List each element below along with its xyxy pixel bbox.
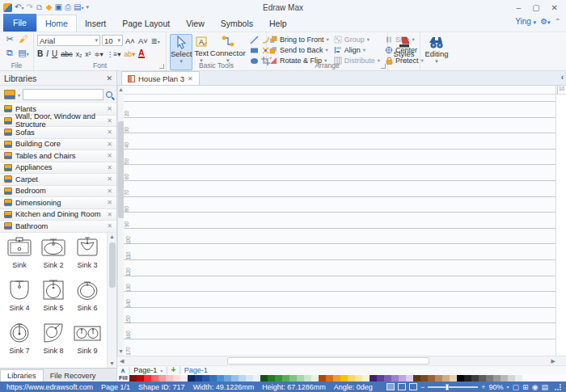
maximize-button[interactable]: ▢ — [532, 3, 539, 12]
symbol-sink-4[interactable]: Sink 4 — [2, 279, 36, 320]
palette-swatch[interactable] — [501, 375, 508, 381]
panel-tab-file-recovery[interactable]: File Recovery — [44, 370, 103, 381]
grid-view-icon[interactable]: ▤ — [541, 383, 548, 391]
palette-swatch[interactable] — [202, 375, 209, 381]
palette-swatch[interactable] — [340, 375, 348, 381]
paste-icon[interactable]: ▤▾ — [17, 48, 30, 61]
scroll-up-icon[interactable]: ▲ — [118, 86, 124, 94]
palette-swatch[interactable] — [486, 375, 493, 381]
align-button[interactable]: Align▾ — [334, 45, 380, 54]
library-item[interactable]: Wall, Door, Window and Structure ✕ — [0, 116, 116, 128]
palette-swatch[interactable] — [180, 375, 188, 381]
palette-swatch[interactable] — [435, 375, 442, 381]
tab-symbols[interactable]: Symbols — [213, 15, 261, 32]
group-button[interactable]: Group▾ — [334, 35, 380, 44]
palette-swatch[interactable] — [144, 375, 151, 381]
bullets-icon[interactable]: ⋮≡▾ — [107, 50, 121, 58]
palette-swatch[interactable] — [326, 375, 333, 381]
palette-swatch[interactable] — [319, 375, 326, 381]
library-search-input[interactable] — [23, 89, 103, 100]
settings-gear-icon[interactable]: ⚙▾ — [540, 17, 550, 26]
library-item-close-icon[interactable]: ✕ — [107, 129, 112, 136]
library-item[interactable]: Sofas ✕ — [0, 127, 116, 139]
font-color-button[interactable]: A — [138, 49, 144, 58]
palette-swatch[interactable] — [406, 375, 413, 381]
palette-swatch[interactable] — [370, 375, 377, 381]
palette-swatch[interactable] — [471, 375, 479, 381]
highlight-color-icon[interactable]: ab▾ — [125, 50, 136, 58]
hscrollbar-thumb[interactable] — [227, 357, 429, 365]
drawing-canvas[interactable] — [556, 95, 566, 356]
palette-swatch[interactable] — [399, 375, 406, 381]
palette-swatch[interactable] — [297, 375, 304, 381]
palette-swatch[interactable] — [362, 375, 370, 381]
library-item-close-icon[interactable]: ✕ — [107, 117, 112, 124]
zoom-level[interactable]: 90% — [489, 383, 504, 391]
subscript-button[interactable]: x₂ — [76, 50, 82, 58]
status-url[interactable]: https://www.edrawsoft.com — [6, 383, 93, 391]
palette-swatch[interactable] — [479, 375, 486, 381]
bold-button[interactable]: B — [37, 49, 43, 58]
symbol-partial[interactable] — [70, 365, 104, 369]
palette-swatch[interactable] — [253, 375, 260, 381]
palette-swatch[interactable] — [450, 375, 457, 381]
libraries-close-icon[interactable]: ✕ — [106, 74, 112, 82]
library-item[interactable]: Tables and Chairs ✕ — [0, 150, 116, 162]
view-page-icon[interactable] — [398, 383, 406, 390]
library-item-close-icon[interactable]: ✕ — [107, 222, 112, 230]
palette-swatch[interactable] — [195, 375, 202, 381]
font-size-combobox[interactable]: 10▾ — [102, 35, 123, 46]
tab-insert[interactable]: Insert — [77, 15, 114, 32]
library-item-close-icon[interactable]: ✕ — [107, 105, 112, 112]
palette-swatch[interactable] — [428, 375, 435, 381]
page-list-chevron-icon[interactable]: ∧ — [120, 367, 125, 374]
library-item-close-icon[interactable]: ✕ — [107, 164, 112, 171]
symbol-partial[interactable] — [2, 365, 36, 369]
palette-swatch[interactable] — [333, 375, 340, 381]
zoom-in-icon[interactable]: + — [481, 383, 485, 391]
user-menu[interactable]: Ying ▾ — [515, 17, 536, 26]
symbol-sink-1[interactable]: Sink — [2, 236, 36, 277]
palette-swatch[interactable] — [137, 375, 144, 381]
palette-swatch[interactable] — [304, 375, 311, 381]
view-presentation-icon[interactable] — [409, 383, 417, 390]
font-name-combobox[interactable]: Arial▾ — [37, 35, 100, 46]
magnifier-icon[interactable]: ◉ — [532, 383, 539, 391]
library-item[interactable]: Bedroom ✕ — [0, 186, 116, 198]
view-normal-icon[interactable] — [386, 383, 395, 390]
library-item-close-icon[interactable]: ✕ — [107, 211, 112, 218]
add-page-button[interactable]: + — [171, 367, 176, 373]
library-item[interactable]: Dimensioning ✕ — [0, 197, 116, 209]
symbol-sink-8[interactable]: Sink 8 — [36, 322, 70, 363]
symbols-scrollbar[interactable]: ▲ ▼ — [107, 233, 116, 369]
library-item-close-icon[interactable]: ✕ — [107, 152, 112, 159]
palette-swatch[interactable] — [158, 375, 166, 381]
zoom-caret-icon[interactable]: ▾ — [507, 384, 509, 390]
symbol-sink-7[interactable]: Sink 7 — [2, 322, 36, 363]
bring-to-front-button[interactable]: Bring to Front▾ — [269, 35, 329, 44]
symbol-sink-2[interactable]: Sink 2 — [36, 236, 70, 277]
editing-button[interactable]: Editing▾ — [420, 34, 453, 65]
cut-icon[interactable]: ✂ — [3, 34, 16, 47]
symbol-partial[interactable] — [36, 365, 70, 369]
panel-tab-libraries[interactable]: Libraries — [0, 369, 44, 381]
palette-swatch[interactable] — [275, 375, 282, 381]
library-item-close-icon[interactable]: ✕ — [107, 141, 112, 148]
palette-swatch[interactable] — [282, 375, 289, 381]
palette-swatch[interactable] — [224, 375, 231, 381]
scroll-up-icon[interactable]: ▲ — [109, 233, 115, 241]
font-dialog-launcher-icon[interactable] — [159, 64, 164, 69]
page-tab[interactable]: Page-1 — [184, 366, 208, 374]
palette-swatch[interactable] — [239, 375, 246, 381]
scroll-left-icon[interactable]: ◀ — [117, 358, 126, 365]
page-name[interactable]: Page-1 — [133, 366, 157, 374]
palette-swatch[interactable] — [464, 375, 471, 381]
palette-swatch[interactable] — [188, 375, 195, 381]
palette-swatch[interactable] — [151, 375, 158, 381]
palette-swatch[interactable] — [129, 375, 137, 381]
minimize-button[interactable]: – — [517, 3, 522, 12]
decrease-font-icon[interactable]: A˅ — [137, 36, 149, 45]
library-item[interactable]: Bathroom ✕ — [0, 221, 116, 233]
library-item[interactable]: Appliances ✕ — [0, 162, 116, 175]
library-selector-icon[interactable] — [4, 90, 15, 99]
